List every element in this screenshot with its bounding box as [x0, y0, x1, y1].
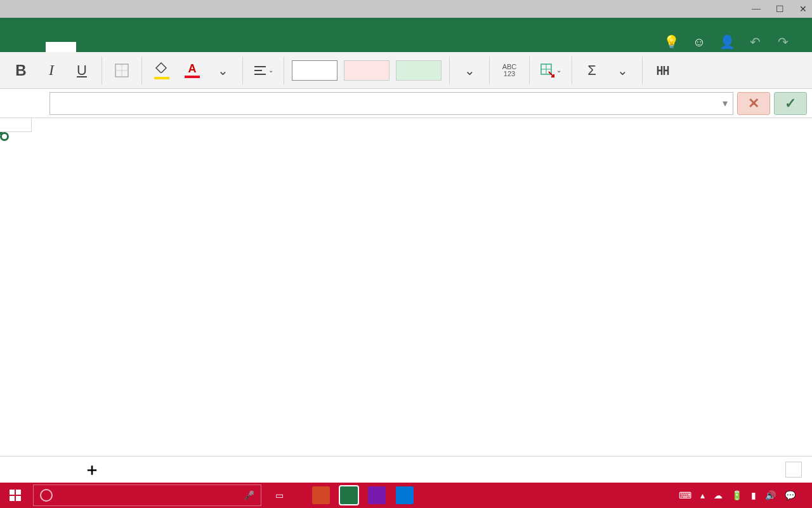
formula-dropdown-icon[interactable]: ▾	[723, 97, 728, 109]
svg-rect-9	[10, 490, 15, 495]
styles-more-dropdown[interactable]: ⌄	[456, 57, 483, 84]
undo-button[interactable]: ↶	[745, 32, 765, 52]
svg-rect-11	[10, 496, 15, 501]
window-titlebar: — ☐ ✕	[0, 0, 812, 18]
cortana-search[interactable]: 🎤	[33, 485, 261, 506]
style-good[interactable]	[396, 60, 442, 81]
autosum-button[interactable]: Σ	[579, 57, 605, 84]
sheet-tab-bar: ＋	[0, 456, 812, 483]
windows-taskbar: 🎤 ▭ ⌨ ▴ ☁ 🔋 ▮ 🔊 💬	[0, 483, 812, 508]
align-button[interactable]: ⌄	[249, 57, 277, 84]
tab-file[interactable]	[15, 42, 46, 52]
cortana-icon	[40, 489, 53, 502]
bold-button[interactable]: B	[8, 57, 34, 84]
volume-icon[interactable]: 🔊	[765, 490, 776, 500]
close-button[interactable]: ✕	[799, 4, 807, 15]
keyboard-icon[interactable]: ⌨	[679, 490, 691, 500]
formula-cancel-button[interactable]: ✕	[737, 92, 770, 115]
formula-bar: ▾ ✕ ✓	[0, 89, 812, 118]
font-more-dropdown[interactable]: ⌄	[209, 57, 236, 84]
lightbulb-icon[interactable]: 💡	[661, 32, 681, 52]
sheet-tab-2[interactable]	[41, 464, 76, 475]
microphone-icon[interactable]: 🎤	[244, 490, 254, 500]
taskbar-powerpoint[interactable]	[312, 486, 330, 504]
task-view-button[interactable]: ▭	[264, 483, 294, 508]
tab-view[interactable]	[167, 42, 198, 52]
font-color-button[interactable]: A	[179, 57, 206, 84]
tab-home[interactable]	[46, 42, 76, 52]
tab-formulas[interactable]	[107, 42, 137, 52]
find-button[interactable]	[649, 57, 676, 84]
maximize-button[interactable]: ☐	[776, 4, 784, 15]
sheet-tab-1[interactable]	[5, 465, 41, 475]
add-sheet-button[interactable]: ＋	[76, 458, 108, 481]
style-bad[interactable]	[344, 60, 390, 81]
share-icon[interactable]: 👤	[717, 32, 737, 52]
borders-button[interactable]	[108, 57, 135, 84]
status-sum	[785, 462, 802, 478]
number-format-button[interactable]: ABC123	[496, 57, 523, 84]
smiley-icon[interactable]: ☺	[689, 32, 709, 52]
battery-icon[interactable]: 🔋	[731, 490, 742, 500]
taskbar-excel[interactable]	[340, 486, 358, 504]
svg-rect-12	[16, 496, 21, 501]
onedrive-icon[interactable]: ☁	[714, 490, 723, 500]
underline-button[interactable]: U	[69, 57, 95, 84]
tab-insert[interactable]	[76, 42, 107, 52]
tray-overflow-icon[interactable]: ▴	[700, 490, 705, 500]
taskbar-onenote[interactable]	[368, 486, 386, 504]
select-all-corner[interactable]	[0, 118, 32, 132]
svg-rect-10	[16, 490, 21, 495]
selection-handle[interactable]	[0, 132, 9, 141]
taskbar-settings[interactable]	[396, 486, 414, 504]
selection-marker	[0, 132, 3, 135]
column-headers	[0, 118, 812, 132]
redo-button[interactable]: ↷	[773, 32, 793, 52]
fill-color-button[interactable]	[148, 57, 175, 84]
insert-cells-button[interactable]: ⌄	[536, 57, 565, 84]
network-icon[interactable]: ▮	[751, 490, 756, 500]
autosum-dropdown[interactable]: ⌄	[609, 57, 636, 84]
ribbon-toolbar: B I U A ⌄ ⌄ ⌄ ABC123 ⌄ Σ ⌄	[0, 52, 812, 89]
spreadsheet-grid[interactable]	[0, 118, 812, 456]
style-normal[interactable]	[292, 60, 337, 81]
minimize-button[interactable]: —	[752, 4, 761, 15]
tab-review[interactable]	[137, 42, 167, 52]
action-center-icon[interactable]: 💬	[785, 490, 796, 500]
formula-confirm-button[interactable]: ✓	[774, 92, 807, 115]
italic-button[interactable]: I	[38, 57, 65, 84]
document-title	[0, 18, 812, 24]
formula-input[interactable]: ▾	[49, 92, 733, 115]
start-button[interactable]	[0, 483, 30, 508]
app-header: 💡 ☺ 👤 ↶ ↷	[0, 18, 812, 52]
system-tray: ⌨ ▴ ☁ 🔋 ▮ 🔊 💬	[672, 490, 802, 500]
ribbon-tabs: 💡 ☺ 👤 ↶ ↷	[0, 24, 812, 52]
